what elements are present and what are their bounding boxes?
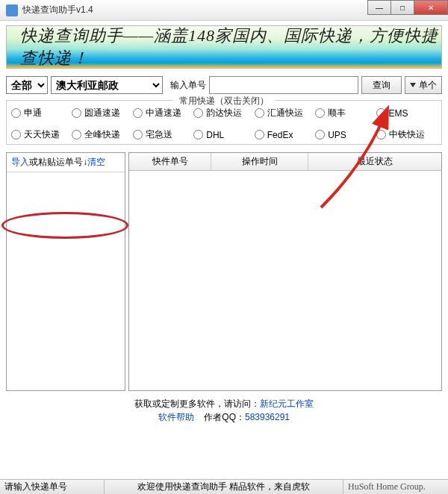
common-couriers-group: 常用快递（双击关闭） 申通圆通速递中通速递韵达快运汇通快运顺丰EMS天天快递全峰… xyxy=(6,100,442,145)
left-panel-header: 导入或粘贴运单号↓清空 xyxy=(7,153,125,172)
courier-radio-input[interactable] xyxy=(72,108,81,118)
left-mid-text: 或粘贴运单号↓ xyxy=(29,157,87,167)
courier-radio[interactable]: 申通 xyxy=(11,107,72,119)
footer-links: 获取或定制更多软件，请访问：新纪元工作室 软件帮助 作者QQ：583936291 xyxy=(6,397,442,424)
courier-radio-label: 宅急送 xyxy=(146,128,172,141)
single-toggle-label: 单个 xyxy=(419,79,437,92)
courier-radio[interactable]: 汇通快运 xyxy=(255,107,315,119)
courier-radio-input[interactable] xyxy=(11,108,21,118)
company-select[interactable]: 澳大利亚邮政 xyxy=(51,76,163,94)
courier-radio-label: 圆通速递 xyxy=(84,107,120,119)
col-tracking: 快件单号 xyxy=(129,153,211,170)
minimize-button[interactable]: — xyxy=(367,0,391,15)
status-hint: 请输入快递单号 xyxy=(0,480,105,494)
courier-radio-input[interactable] xyxy=(255,108,264,118)
courier-radio[interactable]: 顺丰 xyxy=(315,107,376,119)
qq-link[interactable]: 583936291 xyxy=(245,412,290,422)
import-link[interactable]: 导入 xyxy=(11,157,29,167)
results-header: 快件单号 操作时间 最近状态 xyxy=(129,153,441,171)
courier-radio-label: UPS xyxy=(328,130,346,140)
courier-radio-input[interactable] xyxy=(315,130,325,140)
courier-radio-label: EMS xyxy=(389,108,408,119)
titlebar: 快递查询助手v1.4 — □ ✕ xyxy=(0,0,448,21)
courier-radio-input[interactable] xyxy=(315,108,325,118)
courier-radio-label: 顺丰 xyxy=(328,107,346,119)
col-status: 最近状态 xyxy=(308,153,441,170)
courier-radio-input[interactable] xyxy=(193,130,203,140)
close-button[interactable]: ✕ xyxy=(414,0,448,15)
courier-radio[interactable]: DHL xyxy=(193,128,254,141)
courier-radio-input[interactable] xyxy=(193,108,203,118)
tracking-list-area[interactable] xyxy=(7,172,125,390)
courier-radio[interactable]: UPS xyxy=(315,128,376,141)
courier-radio-label: FedEx xyxy=(267,130,293,140)
courier-radio-input[interactable] xyxy=(376,130,386,140)
left-panel: 导入或粘贴运单号↓清空 xyxy=(6,152,125,391)
banner: 快递查询助手——涵盖148家国内、国际快递，方便快捷查快递！ xyxy=(6,25,442,69)
courier-radio-input[interactable] xyxy=(376,108,386,118)
results-panel: 快件单号 操作时间 最近状态 xyxy=(128,152,442,391)
courier-radio-label: 韵达快运 xyxy=(206,107,242,119)
courier-radio-label: 天天快递 xyxy=(24,128,60,141)
search-row: 全部 澳大利亚邮政 输入单号 查询 单个 xyxy=(6,76,442,94)
courier-radio[interactable]: EMS xyxy=(376,107,437,119)
courier-radio-label: 中通速递 xyxy=(146,107,181,119)
courier-radio-label: 汇通快运 xyxy=(267,107,303,119)
courier-radio[interactable]: 中铁快运 xyxy=(376,128,437,141)
courier-radio-input[interactable] xyxy=(72,130,81,140)
window-title: 快递查询助手v1.4 xyxy=(22,4,93,16)
maximize-button[interactable]: □ xyxy=(391,0,414,15)
courier-radio[interactable]: FedEx xyxy=(255,128,315,141)
col-time: 操作时间 xyxy=(211,153,308,170)
courier-radio-label: 全峰快递 xyxy=(84,128,120,141)
banner-text: 快递查询助手——涵盖148家国内、国际快递，方便快捷查快递！ xyxy=(20,25,441,69)
courier-radio-input[interactable] xyxy=(133,108,143,118)
courier-radio-input[interactable] xyxy=(133,130,143,140)
category-select[interactable]: 全部 xyxy=(6,76,48,94)
status-group: HuSoft Home Group. xyxy=(343,480,448,494)
clear-link[interactable]: 清空 xyxy=(87,157,105,167)
triangle-down-icon xyxy=(410,83,416,87)
common-legend: 常用快递（双击关闭） xyxy=(173,95,275,107)
author-label: 作者QQ： xyxy=(204,412,245,422)
input-label: 输入单号 xyxy=(170,79,206,92)
status-center: 欢迎使用快递查询助手 精品软件，来自虎软 xyxy=(105,480,343,494)
courier-radio[interactable]: 韵达快运 xyxy=(193,107,254,119)
courier-radio[interactable]: 圆通速递 xyxy=(72,107,132,119)
courier-radio[interactable]: 全峰快递 xyxy=(72,128,132,141)
courier-radio-label: 中铁快运 xyxy=(389,128,425,141)
courier-radio-input[interactable] xyxy=(11,130,21,140)
courier-radio[interactable]: 中通速递 xyxy=(133,107,193,119)
courier-radio-label: 申通 xyxy=(24,107,42,119)
studio-link[interactable]: 新纪元工作室 xyxy=(260,398,314,409)
courier-radio-input[interactable] xyxy=(255,130,264,140)
app-icon xyxy=(6,4,18,16)
statusbar: 请输入快递单号 欢迎使用快递查询助手 精品软件，来自虎软 HuSoft Home… xyxy=(0,479,448,494)
results-body[interactable] xyxy=(129,171,441,390)
courier-radio[interactable]: 宅急送 xyxy=(133,128,193,141)
help-link[interactable]: 软件帮助 xyxy=(158,412,194,422)
tracking-input[interactable] xyxy=(209,76,358,94)
footer-prefix: 获取或定制更多软件，请访问： xyxy=(134,398,260,409)
single-toggle[interactable]: 单个 xyxy=(405,76,442,94)
query-button[interactable]: 查询 xyxy=(361,76,402,94)
courier-radio-label: DHL xyxy=(206,130,224,140)
courier-radio[interactable]: 天天快递 xyxy=(11,128,72,141)
